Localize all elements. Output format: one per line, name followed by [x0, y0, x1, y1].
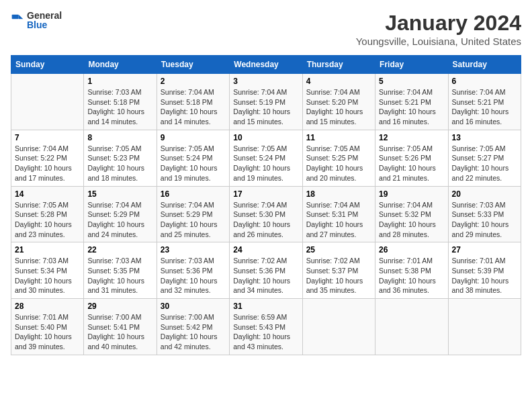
day-info: Sunrise: 7:00 AMSunset: 5:42 PMDaylight:… — [161, 312, 226, 352]
day-info: Sunrise: 7:03 AMSunset: 5:34 PMDaylight:… — [15, 256, 80, 295]
day-number: 4 — [306, 77, 371, 86]
weekday-header-tuesday: Tuesday — [157, 56, 229, 74]
day-info: Sunrise: 7:01 AMSunset: 5:39 PMDaylight:… — [452, 256, 517, 295]
logo-icon — [11, 13, 24, 27]
day-number: 29 — [87, 302, 152, 311]
day-info: Sunrise: 7:04 AMSunset: 5:29 PMDaylight:… — [87, 200, 152, 240]
day-cell: 26Sunrise: 7:01 AMSunset: 5:38 PMDayligh… — [375, 242, 448, 299]
day-info: Sunrise: 7:04 AMSunset: 5:21 PMDaylight:… — [452, 87, 517, 127]
day-number: 6 — [452, 77, 517, 86]
day-number: 7 — [15, 133, 80, 142]
weekday-header-thursday: Thursday — [302, 56, 375, 74]
svg-rect-1 — [12, 15, 19, 19]
day-number: 15 — [87, 189, 152, 199]
day-number: 20 — [452, 189, 517, 199]
day-info: Sunrise: 7:05 AMSunset: 5:28 PMDaylight:… — [15, 200, 80, 240]
day-cell — [11, 74, 84, 130]
day-info: Sunrise: 7:04 AMSunset: 5:19 PMDaylight:… — [233, 87, 298, 127]
day-number: 24 — [233, 245, 298, 255]
day-info: Sunrise: 7:03 AMSunset: 5:35 PMDaylight:… — [87, 256, 152, 295]
day-info: Sunrise: 7:05 AMSunset: 5:24 PMDaylight:… — [233, 144, 298, 183]
day-number: 25 — [306, 245, 371, 255]
day-info: Sunrise: 7:04 AMSunset: 5:20 PMDaylight:… — [306, 87, 371, 127]
day-cell: 18Sunrise: 7:04 AMSunset: 5:31 PMDayligh… — [302, 186, 375, 242]
week-row-2: 7Sunrise: 7:04 AMSunset: 5:22 PMDaylight… — [11, 130, 521, 186]
day-number: 13 — [452, 133, 517, 142]
day-cell: 3Sunrise: 7:04 AMSunset: 5:19 PMDaylight… — [230, 74, 302, 130]
weekday-header-row: SundayMondayTuesdayWednesdayThursdayFrid… — [11, 56, 521, 74]
day-cell: 25Sunrise: 7:02 AMSunset: 5:37 PMDayligh… — [302, 242, 375, 299]
day-info: Sunrise: 7:04 AMSunset: 5:29 PMDaylight:… — [161, 200, 226, 240]
day-cell: 12Sunrise: 7:05 AMSunset: 5:26 PMDayligh… — [375, 130, 448, 186]
day-cell: 13Sunrise: 7:05 AMSunset: 5:27 PMDayligh… — [448, 130, 521, 186]
day-number: 10 — [233, 133, 298, 142]
day-info: Sunrise: 7:05 AMSunset: 5:25 PMDaylight:… — [306, 144, 371, 183]
week-row-3: 14Sunrise: 7:05 AMSunset: 5:28 PMDayligh… — [11, 186, 521, 242]
day-info: Sunrise: 7:02 AMSunset: 5:37 PMDaylight:… — [306, 256, 371, 295]
day-cell — [375, 299, 448, 355]
day-info: Sunrise: 7:04 AMSunset: 5:18 PMDaylight:… — [161, 87, 226, 127]
day-cell — [302, 299, 375, 355]
day-number: 9 — [161, 133, 226, 142]
day-number: 5 — [379, 77, 444, 86]
day-cell: 20Sunrise: 7:03 AMSunset: 5:33 PMDayligh… — [448, 186, 521, 242]
day-cell: 30Sunrise: 7:00 AMSunset: 5:42 PMDayligh… — [157, 299, 229, 355]
day-cell: 4Sunrise: 7:04 AMSunset: 5:20 PMDaylight… — [302, 74, 375, 130]
day-cell: 1Sunrise: 7:03 AMSunset: 5:18 PMDaylight… — [84, 74, 157, 130]
day-cell: 8Sunrise: 7:05 AMSunset: 5:23 PMDaylight… — [84, 130, 157, 186]
weekday-header-sunday: Sunday — [11, 56, 84, 74]
title-block: January 2024 Youngsville, Louisiana, Uni… — [356, 11, 521, 47]
day-number: 14 — [15, 189, 80, 199]
day-number: 28 — [15, 302, 80, 311]
day-info: Sunrise: 7:04 AMSunset: 5:22 PMDaylight:… — [15, 144, 80, 183]
day-cell: 15Sunrise: 7:04 AMSunset: 5:29 PMDayligh… — [84, 186, 157, 242]
day-info: Sunrise: 7:05 AMSunset: 5:24 PMDaylight:… — [161, 144, 226, 183]
day-cell: 2Sunrise: 7:04 AMSunset: 5:18 PMDaylight… — [157, 74, 229, 130]
day-cell: 11Sunrise: 7:05 AMSunset: 5:25 PMDayligh… — [302, 130, 375, 186]
day-cell — [448, 299, 521, 355]
day-info: Sunrise: 7:04 AMSunset: 5:32 PMDaylight:… — [379, 200, 444, 240]
day-number: 1 — [87, 77, 152, 86]
day-info: Sunrise: 7:03 AMSunset: 5:18 PMDaylight:… — [87, 87, 152, 127]
day-info: Sunrise: 7:05 AMSunset: 5:23 PMDaylight:… — [87, 144, 152, 183]
day-number: 16 — [161, 189, 226, 199]
weekday-header-friday: Friday — [375, 56, 448, 74]
day-number: 27 — [452, 245, 517, 255]
day-cell: 23Sunrise: 7:03 AMSunset: 5:36 PMDayligh… — [157, 242, 229, 299]
day-number: 8 — [87, 133, 152, 142]
day-number: 12 — [379, 133, 444, 142]
day-number: 23 — [161, 245, 226, 255]
logo: General Blue — [11, 11, 62, 30]
day-cell: 24Sunrise: 7:02 AMSunset: 5:36 PMDayligh… — [230, 242, 302, 299]
day-info: Sunrise: 7:01 AMSunset: 5:38 PMDaylight:… — [379, 256, 444, 295]
day-cell: 29Sunrise: 7:00 AMSunset: 5:41 PMDayligh… — [84, 299, 157, 355]
logo-general-text: General — [27, 11, 62, 20]
day-info: Sunrise: 7:05 AMSunset: 5:26 PMDaylight:… — [379, 144, 444, 183]
day-info: Sunrise: 7:01 AMSunset: 5:40 PMDaylight:… — [15, 312, 80, 352]
day-cell: 16Sunrise: 7:04 AMSunset: 5:29 PMDayligh… — [157, 186, 229, 242]
day-cell: 27Sunrise: 7:01 AMSunset: 5:39 PMDayligh… — [448, 242, 521, 299]
calendar-table: SundayMondayTuesdayWednesdayThursdayFrid… — [11, 55, 521, 355]
day-cell: 6Sunrise: 7:04 AMSunset: 5:21 PMDaylight… — [448, 74, 521, 130]
svg-marker-0 — [19, 15, 24, 19]
day-number: 18 — [306, 189, 371, 199]
day-cell: 9Sunrise: 7:05 AMSunset: 5:24 PMDaylight… — [157, 130, 229, 186]
day-info: Sunrise: 7:00 AMSunset: 5:41 PMDaylight:… — [87, 312, 152, 352]
day-cell: 19Sunrise: 7:04 AMSunset: 5:32 PMDayligh… — [375, 186, 448, 242]
day-info: Sunrise: 7:04 AMSunset: 5:21 PMDaylight:… — [379, 87, 444, 127]
day-cell: 10Sunrise: 7:05 AMSunset: 5:24 PMDayligh… — [230, 130, 302, 186]
day-number: 31 — [233, 302, 298, 311]
weekday-header-saturday: Saturday — [448, 56, 521, 74]
day-cell: 21Sunrise: 7:03 AMSunset: 5:34 PMDayligh… — [11, 242, 84, 299]
day-cell: 31Sunrise: 6:59 AMSunset: 5:43 PMDayligh… — [230, 299, 302, 355]
day-info: Sunrise: 7:04 AMSunset: 5:31 PMDaylight:… — [306, 200, 371, 240]
week-row-1: 1Sunrise: 7:03 AMSunset: 5:18 PMDaylight… — [11, 74, 521, 130]
week-row-4: 21Sunrise: 7:03 AMSunset: 5:34 PMDayligh… — [11, 242, 521, 299]
day-cell: 5Sunrise: 7:04 AMSunset: 5:21 PMDaylight… — [375, 74, 448, 130]
day-info: Sunrise: 7:03 AMSunset: 5:36 PMDaylight:… — [161, 256, 226, 295]
day-cell: 17Sunrise: 7:04 AMSunset: 5:30 PMDayligh… — [230, 186, 302, 242]
day-number: 17 — [233, 189, 298, 199]
weekday-header-monday: Monday — [84, 56, 157, 74]
location-text: Youngsville, Louisiana, United States — [356, 36, 521, 47]
day-number: 21 — [15, 245, 80, 255]
